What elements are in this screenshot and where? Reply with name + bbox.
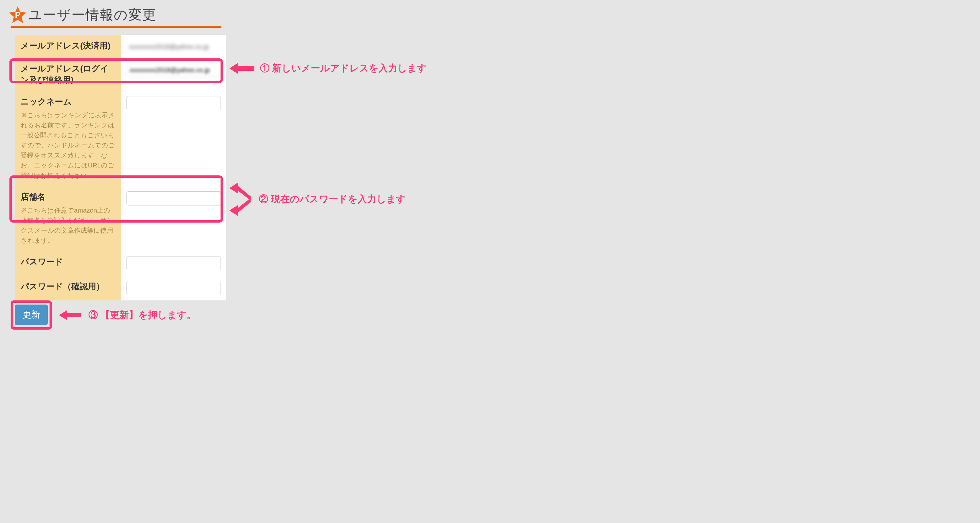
annotation-3: ③ 【更新】を押します。 [88,309,196,322]
svg-marker-3 [229,183,251,200]
annotation-1: ① 新しいメールアドレスを入力します [229,62,426,75]
page-header: P ユーザー情報の変更 [9,6,448,24]
row-email-login: メールアドレス(ログイン及び連絡用) [15,58,226,91]
arrow-left-icon [229,62,254,75]
label-shop: 店舗名 [21,191,116,202]
annotation-2: ② 現在のパスワードを入力します [229,181,406,217]
update-button[interactable]: 更新 [15,305,48,325]
row-password: パスワード [15,251,226,276]
input-password-confirm[interactable] [126,281,221,295]
svg-marker-4 [229,198,251,216]
svg-marker-5 [59,310,81,320]
star-p-icon: P [9,6,27,24]
label-password-confirm: パスワード（確認用） [15,276,121,300]
page-title: ユーザー情報の変更 [28,6,157,24]
label-password: パスワード [15,251,121,276]
note-shop: ※こちらは任意でamazon上の店舗名をご記入ください。サンクスメールの文章作成… [21,205,116,246]
arrow-left-icon [59,309,81,321]
highlight-update: 更新 [11,300,52,330]
value-email-payment: xxxxxxxx2018@yahoo.co.jp [126,40,209,52]
input-email-login[interactable] [126,63,221,77]
user-info-form: メールアドレス(決済用) xxxxxxxx2018@yahoo.co.jp メー… [15,35,226,300]
svg-text:P: P [15,10,21,19]
label-email-payment: メールアドレス(決済用) [15,35,121,58]
note-nickname: ※こちらはランキングに表示されるお名前です。ランキングは一般公開されることもござ… [21,110,116,181]
label-email-login: メールアドレス(ログイン及び連絡用) [15,58,121,91]
input-nickname[interactable] [126,96,221,110]
input-password[interactable] [126,256,221,270]
row-email-payment: メールアドレス(決済用) xxxxxxxx2018@yahoo.co.jp [15,35,226,58]
divider [11,26,221,28]
update-row: 更新 ③ 【更新】を押します。 [11,300,448,330]
row-nickname: ニックネーム ※こちらはランキングに表示されるお名前です。ランキングは一般公開さ… [15,91,226,186]
label-nickname: ニックネーム [21,96,116,107]
double-arrow-icon [229,181,253,217]
svg-marker-2 [229,63,254,74]
row-password-confirm: パスワード（確認用） [15,276,226,300]
input-shop[interactable] [126,191,221,205]
row-shop: 店舗名 ※こちらは任意でamazon上の店舗名をご記入ください。サンクスメールの… [15,186,226,251]
